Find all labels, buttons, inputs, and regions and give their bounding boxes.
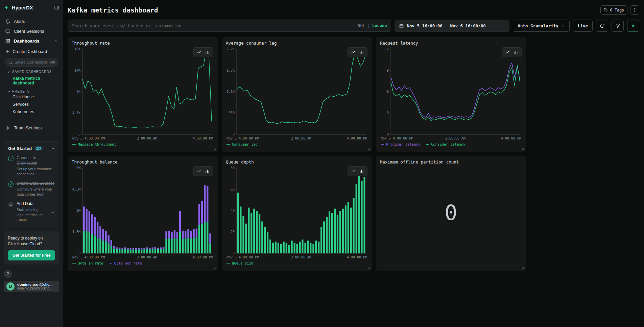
chart-type-controls bbox=[502, 47, 522, 57]
sidebar-item-team-settings[interactable]: Team Settings bbox=[4, 123, 59, 133]
resize-handle[interactable] bbox=[367, 267, 370, 270]
line-chart-toggle[interactable] bbox=[197, 50, 202, 55]
chart-type-controls bbox=[193, 47, 213, 57]
get-started-free-button[interactable]: Get Started for Free bbox=[8, 250, 55, 260]
legend-dash-icon bbox=[109, 263, 112, 263]
sidebar-item-client-sessions[interactable]: Client Sessions bbox=[4, 26, 59, 36]
sidebar-item-label: Team Settings bbox=[14, 125, 42, 130]
create-dashboard-button[interactable]: Create Dashboard bbox=[4, 47, 59, 56]
create-dashboard-label: Create Dashboard bbox=[13, 49, 47, 54]
resize-handle[interactable] bbox=[367, 148, 370, 151]
step-title: Create Data Sources bbox=[17, 181, 55, 186]
legend-dash-icon bbox=[72, 263, 76, 263]
line-chart-toggle[interactable] bbox=[351, 50, 356, 55]
chart-legend: Message throughput bbox=[72, 142, 214, 146]
events-search-input[interactable] bbox=[72, 23, 354, 28]
help-button[interactable]: ? bbox=[4, 270, 12, 278]
sql-toggle[interactable]: SQL bbox=[358, 23, 365, 28]
legend-item[interactable]: Queue size bbox=[226, 261, 253, 265]
svg-text:40: 40 bbox=[231, 209, 235, 212]
granularity-select[interactable]: Auto Granularity bbox=[513, 20, 569, 32]
chart-type-controls bbox=[193, 166, 213, 176]
run-query-button[interactable] bbox=[627, 20, 639, 32]
step-add-data[interactable]: 3 Add Data Start sending logs, metrics, … bbox=[8, 201, 55, 222]
live-button[interactable]: Live bbox=[573, 20, 593, 32]
svg-text:4.5K: 4.5K bbox=[72, 111, 80, 115]
app-root: HyperDX Alerts Client Sessions Dashboar bbox=[0, 0, 644, 327]
sidebar-item-dashboards[interactable]: Dashboards bbox=[4, 36, 59, 46]
legend-label: Consumer latency bbox=[431, 142, 465, 146]
bar-chart-toggle[interactable] bbox=[205, 50, 210, 55]
line-chart-toggle[interactable] bbox=[505, 50, 510, 55]
legend-dash-icon bbox=[72, 144, 76, 145]
svg-text:9K: 9K bbox=[76, 90, 80, 94]
legend-item[interactable]: Byte out rate bbox=[109, 261, 142, 265]
events-search[interactable]: SQL | Lucene bbox=[68, 20, 391, 32]
resize-handle[interactable] bbox=[213, 267, 216, 270]
legend-item[interactable]: Message throughput bbox=[72, 142, 116, 146]
sidebar-item-alerts[interactable]: Alerts bbox=[4, 17, 59, 26]
panel-title: Average consumer lag bbox=[226, 41, 368, 46]
svg-text:0: 0 bbox=[78, 251, 80, 255]
legend-item[interactable]: Consumer latency bbox=[426, 142, 465, 146]
section-label-text: PRESETS bbox=[12, 90, 30, 93]
bar-chart-toggle[interactable] bbox=[359, 50, 364, 55]
step-title: Connect to ClickHouse bbox=[17, 155, 55, 166]
lucene-toggle[interactable]: Lucene bbox=[372, 23, 387, 28]
big-number-value: 0 bbox=[445, 200, 457, 225]
bar-chart-toggle[interactable] bbox=[359, 169, 364, 174]
collapse-sidebar-button[interactable] bbox=[54, 5, 59, 10]
refresh-button[interactable] bbox=[596, 20, 608, 32]
resize-handle[interactable] bbox=[213, 148, 216, 151]
saved-dashboards-search[interactable]: ⌘K bbox=[5, 58, 58, 67]
resize-handle[interactable] bbox=[521, 148, 524, 151]
svg-text:18K: 18K bbox=[74, 47, 80, 51]
sidebar: HyperDX Alerts Client Sessions Dashboar bbox=[0, 0, 63, 327]
check-circle-icon bbox=[8, 181, 14, 187]
chevron-down-icon bbox=[7, 90, 10, 93]
step-connect-clickhouse[interactable]: Connect to ClickHouse Set up your databa… bbox=[8, 155, 55, 177]
sidebar-item-clickhouse[interactable]: ClickHouse bbox=[4, 93, 59, 101]
svg-text:4:00:00 PM: 4:00:00 PM bbox=[193, 255, 213, 259]
bar-chart-toggle[interactable] bbox=[513, 50, 518, 55]
step-create-data-sources[interactable]: Create Data Sources Configure where your… bbox=[8, 181, 55, 197]
saved-dashboards-search-input[interactable] bbox=[15, 60, 48, 64]
chevron-down-icon bbox=[7, 70, 10, 74]
svg-text:80: 80 bbox=[231, 166, 235, 170]
chart-canvas: 01.5M3M4.5M6MNov 5 4:00:00 PM2:00:00 AM4… bbox=[72, 166, 214, 261]
user-menu[interactable]: D dominic.tran@clic... dominic.tran@clic… bbox=[4, 281, 59, 292]
date-range-picker[interactable]: Nov 5 16:00:00 - Nov 6 16:00:00 bbox=[395, 20, 509, 32]
legend-item[interactable]: Consumer lag bbox=[226, 142, 258, 146]
filter-icon bbox=[615, 23, 620, 28]
svg-text:0: 0 bbox=[78, 132, 80, 136]
sidebar-item-label: Dashboards bbox=[14, 39, 39, 44]
main-content: Kafka metrics dashboard 0 Tags bbox=[63, 0, 644, 327]
panel-title: Queue depth bbox=[226, 159, 368, 165]
filter-button[interactable] bbox=[612, 20, 624, 32]
shortcut-badge: ⌘K bbox=[50, 60, 55, 64]
user-name: dominic.tran@clic... bbox=[17, 282, 52, 286]
line-chart-toggle[interactable] bbox=[351, 169, 356, 174]
svg-text:0: 0 bbox=[387, 132, 389, 136]
legend-item[interactable]: Producer latency bbox=[381, 142, 420, 146]
panel-queue-depth: Queue depth 020406080Nov 5 4:00:00 PM2:0… bbox=[222, 156, 372, 271]
tags-button[interactable]: 0 Tags bbox=[600, 5, 627, 15]
bar-chart-toggle[interactable] bbox=[205, 169, 210, 174]
brand-name: HyperDX bbox=[12, 5, 33, 10]
svg-text:2:00:00 AM: 2:00:00 AM bbox=[291, 136, 311, 140]
legend-item[interactable]: Byte in rate bbox=[72, 261, 103, 265]
line-chart-toggle[interactable] bbox=[197, 169, 202, 174]
monitor-icon bbox=[5, 29, 10, 34]
kebab-menu-icon bbox=[634, 8, 636, 12]
svg-text:20: 20 bbox=[231, 230, 235, 234]
get-started-header[interactable]: Get Started 2/3 bbox=[8, 146, 55, 151]
sidebar-item-services[interactable]: Services bbox=[4, 101, 59, 108]
sidebar-item-kubernetes[interactable]: Kubernetes bbox=[4, 108, 59, 116]
saved-dashboards-section-toggle[interactable]: SAVED DASHBOARDS bbox=[4, 70, 59, 74]
presets-section-toggle[interactable]: PRESETS bbox=[4, 90, 59, 93]
play-icon bbox=[631, 24, 636, 28]
resize-handle[interactable] bbox=[521, 267, 524, 270]
sidebar-item-kafka-metrics-dashboard[interactable]: Kafka metrics dashboard bbox=[4, 74, 59, 86]
sidebar-item-label: Alerts bbox=[14, 19, 25, 24]
more-menu-button[interactable] bbox=[630, 5, 639, 15]
